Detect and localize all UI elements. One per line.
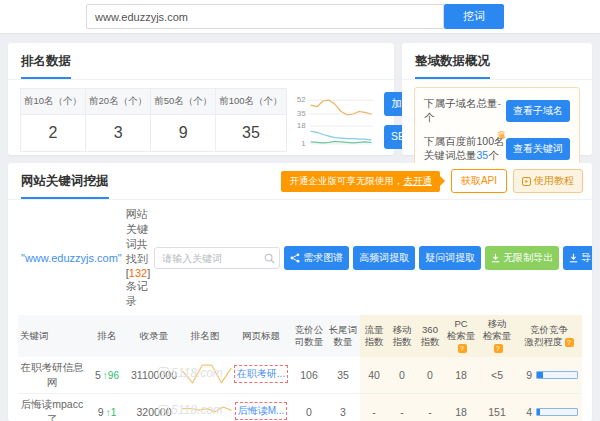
- keyword-mining-header: 网站关键词挖掘 开通企业版可享无限使用，去开通 获取API 使用教程: [8, 163, 592, 200]
- keyword-search-input[interactable]: [154, 247, 280, 269]
- top100-keywords-text: 下属百度前100名关键词总量35个: [424, 135, 506, 163]
- keyword-cell: 在职考研信息网: [18, 357, 86, 394]
- rank-change-up: ↑1: [106, 407, 117, 418]
- get-api-button[interactable]: 获取API: [451, 169, 507, 193]
- trend-ytick: 1: [293, 140, 306, 148]
- subdomain-count-value: -: [498, 97, 502, 109]
- mining-header-actions: 开通企业版可享无限使用，去开通 获取API 使用教程: [281, 169, 583, 193]
- column-header: 长尾词 数量: [326, 315, 360, 357]
- url-input[interactable]: [86, 4, 444, 29]
- trend-ytick: 35: [293, 110, 306, 118]
- longtail-count-cell: 3: [326, 394, 360, 421]
- stat-value-top100: 35: [216, 115, 286, 152]
- trend-ytick: 52: [293, 96, 306, 104]
- page-title-link[interactable]: 在职考研...: [234, 365, 288, 383]
- column-header: 收录量: [128, 315, 180, 357]
- enterprise-promo-badge[interactable]: 开通企业版可享无限使用，去开通: [281, 171, 440, 192]
- mobile-search-cell: 151: [478, 394, 516, 421]
- column-header: 竞价竞争 激烈程度: [516, 315, 582, 357]
- column-header: 网页标题: [230, 315, 292, 357]
- column-header: 关键词: [18, 315, 86, 357]
- high-freq-extract-button[interactable]: 高频词提取: [353, 246, 415, 270]
- ranking-data-panel: 排名数据 前10名（个） 前20名（个） 前50名（个） 前100名（个） 2 …: [8, 43, 394, 155]
- page-title-cell: 在职考研...: [230, 357, 292, 394]
- ranking-data-title: 排名数据: [21, 53, 71, 79]
- stat-label-top100: 前100名（个）: [216, 89, 286, 115]
- result-count: 132: [129, 267, 147, 279]
- flow-index-cell: 40: [360, 357, 388, 394]
- bid-level-value: 4: [518, 406, 532, 418]
- table-row: 在职考研信息网5↑963110000055118.com在职考研...10635…: [18, 357, 582, 394]
- view-keywords-button[interactable]: ♛查看关键词: [506, 138, 570, 160]
- rank-chart-cell: 55118.com: [180, 357, 230, 394]
- page-title-link[interactable]: 后悔读M...: [235, 402, 288, 420]
- question-words-extract-button[interactable]: 疑问词提取: [419, 246, 481, 270]
- column-header: 排名图: [180, 315, 230, 357]
- collected-cell: 31100000: [128, 357, 180, 394]
- demand-graph-button[interactable]: 需求图谱: [284, 246, 349, 270]
- unlimited-export-button[interactable]: 无限制导出: [485, 246, 559, 270]
- graph-icon: [290, 253, 300, 263]
- trend-ytick: 18: [293, 122, 306, 130]
- index360-cell: -: [416, 394, 444, 421]
- domain-overview-box: 下属子域名总量-个 查看子域名 下属百度前100名关键词总量35个 ♛查看关键词: [414, 87, 580, 173]
- stat-label-top20: 前20名（个）: [86, 89, 151, 115]
- stat-label-top50: 前50名（个）: [151, 89, 216, 115]
- mine-words-button[interactable]: 挖词: [444, 4, 504, 29]
- help-icon[interactable]: [565, 338, 574, 347]
- column-header: 360 指数: [416, 315, 444, 357]
- domain-overview-title: 整域数据概况: [415, 53, 490, 79]
- mobile-index-cell: -: [388, 394, 416, 421]
- mining-toolbar: "www.eduzzyjs.com" 网站关键词共找到[132]条记录 需求图谱…: [8, 200, 592, 315]
- tutorial-icon: [522, 177, 531, 186]
- bid-level-bar: [536, 371, 578, 379]
- pc-search-cell: 18: [444, 357, 478, 394]
- ranking-data-body: 前10名（个） 前20名（个） 前50名（个） 前100名（个） 2 3 9 3…: [8, 80, 394, 158]
- rank-sparkline: [182, 361, 232, 387]
- stat-value-top20: 3: [86, 115, 151, 152]
- view-subdomains-button[interactable]: 查看子域名: [506, 100, 570, 122]
- download-icon: [491, 253, 500, 263]
- keyword-cell: 后悔读mpacc了: [18, 394, 86, 421]
- upgrade-link[interactable]: 去开通: [403, 175, 432, 186]
- site-domain-link[interactable]: "www.eduzzyjs.com": [21, 252, 122, 264]
- mobile-search-cell: <5: [478, 357, 516, 394]
- column-header: 流量 指数: [360, 315, 388, 357]
- domain-overview-panel: 整域数据概况 下属子域名总量-个 查看子域名 下属百度前100名关键词总量35个…: [402, 43, 592, 155]
- bid-company-count-cell[interactable]: 106: [292, 357, 326, 394]
- keyword-mining-panel: 网站关键词挖掘 开通企业版可享无限使用，去开通 获取API 使用教程 "www.…: [8, 163, 592, 421]
- bid-level-cell: 4: [516, 394, 582, 421]
- stat-value-top50: 9: [151, 115, 216, 152]
- rank-change-up: ↑96: [103, 370, 119, 381]
- search-icon[interactable]: [264, 253, 275, 264]
- download-icon: [569, 253, 578, 263]
- tutorial-button[interactable]: 使用教程: [513, 169, 583, 193]
- help-icon[interactable]: [494, 344, 503, 353]
- export-data-button[interactable]: 导出数据: [563, 246, 592, 270]
- subdomain-count-row: 下属子域名总量-个 查看子域名: [424, 92, 570, 130]
- stat-label-top10: 前10名（个）: [21, 89, 86, 115]
- index360-cell: 0: [416, 357, 444, 394]
- column-header: 移动 指数: [388, 315, 416, 357]
- help-icon[interactable]: [458, 344, 467, 353]
- bid-level-cell: 9: [516, 357, 582, 394]
- ranking-stats-table: 前10名（个） 前20名（个） 前50名（个） 前100名（个） 2 3 9 3…: [20, 88, 287, 152]
- stat-value-top10: 2: [21, 115, 86, 152]
- mobile-index-cell: 0: [388, 357, 416, 394]
- page-title-cell: 后悔读M...: [230, 394, 292, 421]
- bid-company-count-cell[interactable]: 0: [292, 394, 326, 421]
- column-header: 排名: [86, 315, 128, 357]
- rank-cell: 5↑96: [86, 357, 128, 394]
- pc-search-cell: 18: [444, 394, 478, 421]
- table-row: 后悔读mpacc了9↑132000055118.com后悔读M...03---1…: [18, 394, 582, 421]
- bid-level-value: 9: [518, 369, 532, 381]
- keyword-mining-title: 网站关键词挖掘: [21, 173, 109, 199]
- rank-cell: 9↑1: [86, 394, 128, 421]
- ranking-data-header: 排名数据: [8, 43, 394, 80]
- rank-trend-chart-top: 5235: [293, 93, 377, 120]
- collected-cell: 320000: [128, 394, 180, 421]
- column-header: 竞价公 司数量: [292, 315, 326, 357]
- result-summary: 网站关键词共找到[132]条记录: [126, 207, 150, 309]
- rank-sparkline: [182, 398, 232, 421]
- top100-keywords-value: 35: [477, 149, 489, 161]
